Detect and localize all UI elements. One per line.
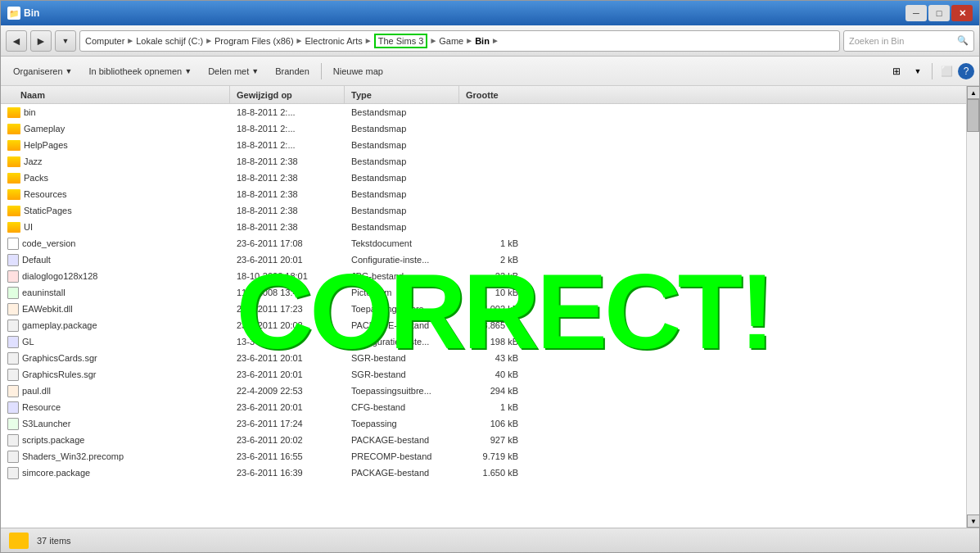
file-name-cell: Gameplay — [1, 124, 230, 134]
table-row[interactable]: dialoglogo128x128 18-10-2008 18:01 JPG-b… — [1, 268, 966, 284]
file-type-cell: PACKAGE-bestand — [345, 320, 459, 330]
file-type-cell: PRECOMP-bestand — [345, 451, 459, 461]
table-row[interactable]: HelpPages 18-8-2011 2:... Bestandsmap — [1, 137, 966, 153]
breadcrumb-sims3[interactable]: The Sims 3 — [374, 34, 428, 48]
file-size-cell: 40 kB — [459, 369, 525, 379]
file-type-cell: Configuratie-inste... — [345, 255, 459, 265]
col-header-size[interactable]: Grootte — [459, 86, 525, 103]
scroll-up-button[interactable]: ▲ — [967, 86, 979, 99]
breadcrumb-c-drive[interactable]: Lokale schijf (C:) — [136, 36, 203, 46]
table-row[interactable]: Jazz 18-8-2011 2:38 Bestandsmap — [1, 153, 966, 170]
file-name-cell: paul.dll — [1, 385, 230, 397]
scroll-thumb[interactable] — [967, 99, 979, 132]
table-row[interactable]: eauninstall 11-8-2008 13:41 Pictogram 10… — [1, 284, 966, 301]
table-row[interactable]: Packs 18-8-2011 2:38 Bestandsmap — [1, 170, 966, 186]
file-modified-cell: 18-8-2011 2:... — [230, 107, 345, 117]
scroll-down-button[interactable]: ▼ — [967, 514, 979, 528]
scrollbar[interactable]: ▲ ▼ — [966, 86, 979, 528]
file-name: Resource — [22, 402, 61, 412]
file-type-cell: Bestandsmap — [345, 189, 459, 199]
library-button[interactable]: In bibliotheek opnemen ▼ — [81, 60, 199, 83]
table-row[interactable]: EAWebkit.dll 23-6-2011 17:23 Toepassings… — [1, 301, 966, 317]
file-name-cell: UI — [1, 222, 230, 233]
title-bar: 📁 Bin ─ □ ✕ — [1, 1, 979, 25]
organize-dropdown-icon: ▼ — [65, 67, 73, 75]
status-bar: 37 items — [1, 528, 979, 552]
share-button[interactable]: Delen met ▼ — [201, 60, 266, 83]
scroll-track[interactable] — [967, 99, 979, 514]
file-type-cell: Toepassingsuitbre... — [345, 386, 459, 396]
table-row[interactable]: Gameplay 18-8-2011 2:... Bestandsmap — [1, 120, 966, 137]
table-row[interactable]: simcore.package 23-6-2011 16:39 PACKAGE-… — [1, 465, 966, 481]
view-dropdown-button[interactable]: ▼ — [908, 61, 928, 81]
back-button[interactable]: ◄ — [6, 30, 27, 52]
breadcrumb-bin[interactable]: Bin — [475, 36, 490, 46]
search-bar[interactable]: Zoeken in Bin 🔍 — [843, 30, 974, 52]
table-row[interactable]: gameplay.package 23-6-2011 20:02 PACKAGE… — [1, 317, 966, 333]
search-placeholder: Zoeken in Bin — [849, 36, 904, 46]
file-modified-cell: 18-10-2008 18:01 — [230, 271, 345, 281]
table-row[interactable]: scripts.package 23-6-2011 20:02 PACKAGE-… — [1, 432, 966, 448]
col-header-type[interactable]: Type — [345, 86, 459, 103]
table-row[interactable]: GL 13-3-2009 9:48 Configuratie-inste... … — [1, 333, 966, 350]
title-bar-title: Bin — [24, 7, 39, 19]
file-size-cell: 4.002 kB — [459, 304, 525, 314]
recent-button[interactable]: ▼ — [55, 30, 76, 52]
title-bar-buttons: ─ □ ✕ — [905, 5, 973, 21]
new-folder-button[interactable]: Nieuwe map — [326, 60, 391, 83]
table-row[interactable]: S3Launcher 23-6-2011 17:24 Toepassing 10… — [1, 415, 966, 432]
table-row[interactable]: Resources 18-8-2011 2:38 Bestandsmap — [1, 186, 966, 202]
view-toggle-button[interactable]: ⊞ — [887, 61, 906, 81]
title-bar-left: 📁 Bin — [7, 7, 39, 20]
file-modified-cell: 22-4-2009 22:53 — [230, 386, 345, 396]
file-size-cell: 1 kB — [459, 402, 525, 412]
table-row[interactable]: Resource 23-6-2011 20:01 CFG-bestand 1 k… — [1, 399, 966, 415]
table-row[interactable]: paul.dll 22-4-2009 22:53 Toepassingsuitb… — [1, 383, 966, 399]
file-size-cell: 106 kB — [459, 419, 525, 428]
file-modified-cell: 18-8-2011 2:38 — [230, 189, 345, 199]
file-name: Jazz — [24, 156, 43, 166]
file-modified-cell: 23-6-2011 16:55 — [230, 451, 345, 461]
file-name-cell: simcore.package — [1, 467, 230, 479]
table-row[interactable]: GraphicsRules.sgr 23-6-2011 20:01 SGR-be… — [1, 366, 966, 383]
file-type-cell: CFG-bestand — [345, 402, 459, 412]
file-type-cell: Toepassing — [345, 419, 459, 428]
file-name-cell: dialoglogo128x128 — [1, 270, 230, 283]
view-options: ⊞ ▼ ⬜ ? — [887, 61, 974, 81]
table-row[interactable]: GraphicsCards.sgr 23-6-2011 20:01 SGR-be… — [1, 350, 966, 366]
help-button[interactable]: ? — [958, 63, 974, 79]
minimize-button[interactable]: ─ — [905, 5, 927, 21]
preview-pane-button[interactable]: ⬜ — [937, 61, 956, 81]
close-button[interactable]: ✕ — [951, 5, 973, 21]
burn-button[interactable]: Branden — [268, 60, 317, 83]
file-modified-cell: 23-6-2011 20:01 — [230, 369, 345, 379]
table-row[interactable]: Shaders_Win32.precomp 23-6-2011 16:55 PR… — [1, 448, 966, 465]
table-row[interactable]: Default 23-6-2011 20:01 Configuratie-ins… — [1, 252, 966, 268]
toolbar-separator — [321, 63, 322, 79]
breadcrumb-ea[interactable]: Electronic Arts — [305, 36, 363, 46]
breadcrumb-game[interactable]: Game — [439, 36, 463, 46]
col-header-modified[interactable]: Gewijzigd op — [230, 86, 345, 103]
file-name: gameplay.package — [22, 320, 97, 330]
file-type-cell: Bestandsmap — [345, 173, 459, 183]
table-row[interactable]: UI 18-8-2011 2:38 Bestandsmap — [1, 219, 966, 235]
table-row[interactable]: bin 18-8-2011 2:... Bestandsmap — [1, 104, 966, 120]
file-size-cell: 43 kB — [459, 353, 525, 363]
file-modified-cell: 23-6-2011 17:08 — [230, 238, 345, 248]
breadcrumb-arrow-2: ► — [205, 36, 213, 45]
table-row[interactable]: StaticPages 18-8-2011 2:38 Bestandsmap — [1, 202, 966, 219]
breadcrumb-computer[interactable]: Computer — [85, 36, 124, 46]
breadcrumb-program-files[interactable]: Program Files (x86) — [215, 36, 294, 46]
file-modified-cell: 23-6-2011 17:23 — [230, 304, 345, 314]
forward-button[interactable]: ► — [30, 30, 52, 52]
share-dropdown-icon: ▼ — [251, 67, 259, 75]
table-row[interactable]: code_version 23-6-2011 17:08 Tekstdocume… — [1, 235, 966, 252]
maximize-button[interactable]: □ — [928, 5, 950, 21]
organize-button[interactable]: Organiseren ▼ — [6, 60, 79, 83]
col-header-name[interactable]: Naam — [1, 86, 230, 103]
file-type-cell: Bestandsmap — [345, 140, 459, 150]
breadcrumb-bar[interactable]: Computer ► Lokale schijf (C:) ► Program … — [79, 30, 840, 52]
file-name: GL — [22, 337, 34, 347]
file-name: GraphicsCards.sgr — [22, 353, 97, 363]
file-size-cell: 10 kB — [459, 288, 525, 297]
